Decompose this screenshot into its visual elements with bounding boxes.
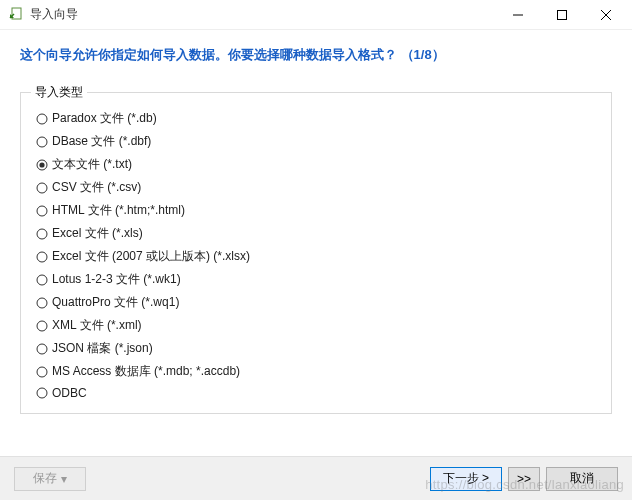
radio-label: ODBC (52, 386, 87, 400)
radio-option[interactable]: Paradox 文件 (*.db) (35, 107, 597, 130)
svg-point-16 (37, 344, 47, 354)
svg-point-18 (37, 388, 47, 398)
radio-label: HTML 文件 (*.htm;*.html) (52, 202, 185, 219)
svg-point-11 (37, 229, 47, 239)
button-bar: 保存 ▾ 下一步 > >> 取消 (0, 456, 632, 500)
radio-option[interactable]: JSON 檔案 (*.json) (35, 337, 597, 360)
titlebar: 导入向导 (0, 0, 632, 30)
next-button[interactable]: 下一步 > (430, 467, 502, 491)
radio-unchecked-icon (35, 296, 48, 309)
radio-unchecked-icon (35, 387, 48, 400)
svg-rect-2 (558, 10, 567, 19)
radio-label: Paradox 文件 (*.db) (52, 110, 157, 127)
wizard-header: 这个向导允许你指定如何导入数据。你要选择哪种数据导入格式？ （1/8） (0, 30, 632, 72)
radio-unchecked-icon (35, 250, 48, 263)
radio-option[interactable]: 文本文件 (*.txt) (35, 153, 597, 176)
dropdown-icon: ▾ (61, 472, 67, 486)
radio-unchecked-icon (35, 273, 48, 286)
svg-point-14 (37, 298, 47, 308)
radio-option[interactable]: Excel 文件 (2007 或以上版本) (*.xlsx) (35, 245, 597, 268)
radio-label: DBase 文件 (*.dbf) (52, 133, 151, 150)
svg-point-12 (37, 252, 47, 262)
radio-unchecked-icon (35, 227, 48, 240)
radio-label: Lotus 1-2-3 文件 (*.wk1) (52, 271, 181, 288)
save-button: 保存 ▾ (14, 467, 86, 491)
radio-option[interactable]: MS Access 数据库 (*.mdb; *.accdb) (35, 360, 597, 383)
group-legend: 导入类型 (31, 84, 87, 101)
radio-label: Excel 文件 (*.xls) (52, 225, 143, 242)
close-button[interactable] (584, 0, 628, 30)
window-title: 导入向导 (30, 6, 78, 23)
svg-point-15 (37, 321, 47, 331)
radio-option[interactable]: Excel 文件 (*.xls) (35, 222, 597, 245)
radio-label: XML 文件 (*.xml) (52, 317, 142, 334)
radio-option[interactable]: CSV 文件 (*.csv) (35, 176, 597, 199)
radio-unchecked-icon (35, 365, 48, 378)
import-type-group: 导入类型 Paradox 文件 (*.db)DBase 文件 (*.dbf)文本… (20, 92, 612, 414)
radio-unchecked-icon (35, 342, 48, 355)
svg-point-6 (37, 137, 47, 147)
radio-unchecked-icon (35, 112, 48, 125)
radio-label: QuattroPro 文件 (*.wq1) (52, 294, 179, 311)
radio-unchecked-icon (35, 204, 48, 217)
radio-label: CSV 文件 (*.csv) (52, 179, 141, 196)
save-button-label: 保存 (33, 470, 57, 487)
window-controls (496, 0, 628, 30)
cancel-button[interactable]: 取消 (546, 467, 618, 491)
svg-point-13 (37, 275, 47, 285)
radio-label: 文本文件 (*.txt) (52, 156, 132, 173)
svg-point-5 (37, 114, 47, 124)
maximize-button[interactable] (540, 0, 584, 30)
svg-point-8 (39, 162, 44, 167)
app-icon (8, 7, 24, 23)
radio-option[interactable]: Lotus 1-2-3 文件 (*.wk1) (35, 268, 597, 291)
radio-label: Excel 文件 (2007 或以上版本) (*.xlsx) (52, 248, 250, 265)
radio-option[interactable]: DBase 文件 (*.dbf) (35, 130, 597, 153)
radio-unchecked-icon (35, 135, 48, 148)
radio-option[interactable]: ODBC (35, 383, 597, 403)
radio-unchecked-icon (35, 181, 48, 194)
minimize-button[interactable] (496, 0, 540, 30)
radio-checked-icon (35, 158, 48, 171)
radio-label: MS Access 数据库 (*.mdb; *.accdb) (52, 363, 240, 380)
svg-point-10 (37, 206, 47, 216)
fast-forward-button[interactable]: >> (508, 467, 540, 491)
radio-unchecked-icon (35, 319, 48, 332)
svg-point-17 (37, 367, 47, 377)
radio-list: Paradox 文件 (*.db)DBase 文件 (*.dbf)文本文件 (*… (35, 107, 597, 403)
radio-option[interactable]: QuattroPro 文件 (*.wq1) (35, 291, 597, 314)
radio-option[interactable]: HTML 文件 (*.htm;*.html) (35, 199, 597, 222)
radio-label: JSON 檔案 (*.json) (52, 340, 153, 357)
svg-point-9 (37, 183, 47, 193)
radio-option[interactable]: XML 文件 (*.xml) (35, 314, 597, 337)
